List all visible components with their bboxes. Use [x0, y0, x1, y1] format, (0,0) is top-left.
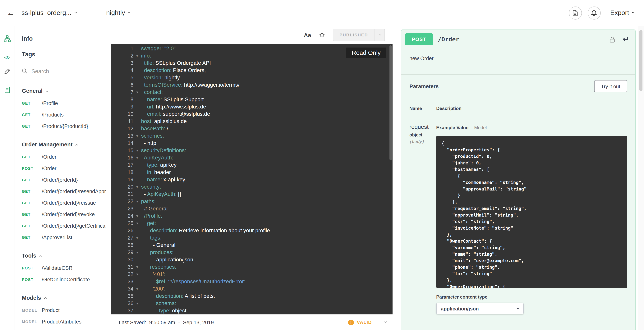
- validation-status[interactable]: ! VALID: [348, 315, 392, 330]
- sidebar-item[interactable]: GET/Order/{orderId}/resendAppr: [22, 186, 111, 197]
- code-line[interactable]: 19 name: x-api-key: [111, 176, 392, 183]
- changelog-button[interactable]: [569, 6, 582, 19]
- fold-caret-icon[interactable]: ▾: [134, 300, 141, 307]
- fold-caret-icon[interactable]: ▾: [134, 263, 141, 270]
- code-line[interactable]: 5 version: nightly: [111, 74, 392, 81]
- fold-caret-icon[interactable]: ▾: [134, 198, 141, 205]
- editor-scrollbar[interactable]: [390, 45, 392, 160]
- section-header[interactable]: Models: [22, 291, 111, 304]
- status-expand-button[interactable]: [378, 315, 392, 330]
- code-line[interactable]: 25▾ get:: [111, 220, 392, 227]
- export-dropdown[interactable]: Export: [610, 9, 634, 17]
- sidebar-item-info[interactable]: Info: [22, 31, 111, 46]
- sidebar-item[interactable]: MODELProductAttributes: [22, 316, 111, 327]
- fold-caret-icon[interactable]: ▾: [134, 220, 141, 227]
- auth-lock-button[interactable]: [610, 36, 615, 43]
- code-view-button[interactable]: </>: [4, 55, 10, 60]
- sidebar-item[interactable]: GET/Order/{orderId}/getCertifica: [22, 220, 111, 232]
- example-json-block[interactable]: { "orderProperties": { "productId": 0, "…: [436, 136, 627, 288]
- sidebar-item[interactable]: GET/Order/{orderId}/revoke: [22, 208, 111, 220]
- code-editor[interactable]: 1swagger: "2.0"2▾info:3 title: SSLplus O…: [111, 44, 392, 314]
- code-line[interactable]: 31▾ responses:: [111, 263, 392, 270]
- section-header[interactable]: Order Management: [22, 138, 111, 151]
- version-dropdown[interactable]: nightly: [106, 9, 130, 17]
- code-line[interactable]: 23 # General: [111, 205, 392, 212]
- notifications-button[interactable]: [588, 6, 601, 19]
- code-line[interactable]: 37 type: object: [111, 307, 392, 314]
- code-line[interactable]: 10 email: support@sslplus.de: [111, 110, 392, 118]
- edit-button[interactable]: [4, 68, 10, 74]
- code-line[interactable]: 3 title: SSLplus Ordergate API: [111, 60, 392, 67]
- sidebar-item[interactable]: GET/Order/{orderId}: [22, 174, 111, 186]
- search-input[interactable]: [32, 68, 96, 74]
- code-line[interactable]: 7▾ contact:: [111, 88, 392, 96]
- code-line[interactable]: 21 - ApiKeyAuth: []: [111, 190, 392, 198]
- code-line[interactable]: 22▾paths:: [111, 198, 392, 205]
- code-line[interactable]: 36▾ schema:: [111, 300, 392, 307]
- code-line[interactable]: 6 termsOfService: http://swagger.io/term…: [111, 81, 392, 88]
- fold-caret-icon[interactable]: ▾: [134, 147, 141, 154]
- sidebar-item[interactable]: POST/GetOnlineCertificate: [22, 274, 111, 285]
- code-line[interactable]: 35 description: A list of pets.: [111, 292, 392, 300]
- docs-button[interactable]: [4, 86, 10, 93]
- sidebar-item[interactable]: GET/Product/{ProductId}: [22, 120, 111, 132]
- code-line[interactable]: 12basePath: /: [111, 125, 392, 132]
- code-line[interactable]: 14 - http: [111, 140, 392, 147]
- code-line[interactable]: 28 - General: [111, 242, 392, 249]
- code-line[interactable]: 15▾securityDefinitions:: [111, 147, 392, 154]
- theme-toggle-button[interactable]: [318, 32, 325, 38]
- api-name-dropdown[interactable]: ss-lplus_orderg...: [22, 9, 77, 17]
- code-line[interactable]: 11host: api.sslplus.de: [111, 118, 392, 125]
- code-line[interactable]: 20▾security:: [111, 183, 392, 190]
- fold-caret-icon[interactable]: ▾: [134, 285, 141, 292]
- published-button[interactable]: PUBLISHED: [332, 29, 375, 41]
- tab-example-value[interactable]: Example Value: [436, 125, 468, 130]
- code-line[interactable]: 4 description: Place Orders,: [111, 67, 392, 74]
- sidebar-item[interactable]: POST/Order: [22, 162, 111, 174]
- font-size-button[interactable]: Aa: [304, 32, 311, 38]
- page-scrollbar-thumb[interactable]: [640, 30, 642, 91]
- code-line[interactable]: 29▾ produces:: [111, 249, 392, 256]
- section-header[interactable]: Tools: [22, 249, 111, 262]
- sidebar-item[interactable]: MODELValidationTypes: [22, 327, 111, 330]
- fold-caret-icon[interactable]: ▾: [134, 183, 141, 190]
- fold-caret-icon[interactable]: ▾: [134, 52, 141, 60]
- code-line[interactable]: 9 url: http://www.sslplus.de: [111, 103, 392, 110]
- code-line[interactable]: 27▾ tags:: [111, 234, 392, 242]
- code-line[interactable]: 33 $ref: '#/responses/UnauthorizedError': [111, 278, 392, 285]
- fold-caret-icon[interactable]: ▾: [134, 132, 141, 140]
- collapse-operation-button[interactable]: [622, 37, 628, 42]
- sidebar-item[interactable]: GET/ApproverList: [22, 232, 111, 243]
- fold-caret-icon[interactable]: ▾: [134, 88, 141, 96]
- content-type-select[interactable]: application/json: [436, 303, 524, 314]
- fold-caret-icon[interactable]: ▾: [134, 212, 141, 220]
- fold-caret-icon[interactable]: ▾: [134, 154, 141, 161]
- sidebar-item[interactable]: MODELProduct: [22, 304, 111, 316]
- code-line[interactable]: 24▾ /Profile:: [111, 212, 392, 220]
- api-hub-button[interactable]: [4, 35, 11, 42]
- code-line[interactable]: 34▾ '200':: [111, 285, 392, 292]
- sidebar-item[interactable]: GET/Products: [22, 109, 111, 120]
- fold-caret-icon[interactable]: ▾: [134, 234, 141, 242]
- operation-summary[interactable]: POST /Order: [401, 30, 635, 49]
- code-line[interactable]: 18 in: header: [111, 169, 392, 176]
- code-line[interactable]: 26 description: Retrieve information abo…: [111, 227, 392, 234]
- published-chevron-button[interactable]: [375, 29, 385, 41]
- sidebar-item-tags[interactable]: Tags: [22, 46, 111, 62]
- sidebar-item[interactable]: GET/Order: [22, 151, 111, 162]
- try-it-out-button[interactable]: Try it out: [594, 80, 627, 92]
- fold-caret-icon[interactable]: ▾: [134, 249, 141, 256]
- code-line[interactable]: 30 - application/json: [111, 256, 392, 263]
- sidebar-item[interactable]: GET/Order/{orderId}/reissue: [22, 197, 111, 208]
- tab-model[interactable]: Model: [474, 125, 487, 130]
- back-button[interactable]: ←: [0, 8, 22, 18]
- code-line[interactable]: 32▾ '401':: [111, 270, 392, 278]
- code-line[interactable]: 16▾ ApiKeyAuth:: [111, 154, 392, 161]
- code-line[interactable]: 8 name: SSLplus Support: [111, 96, 392, 103]
- sidebar-item[interactable]: POST/ValidateCSR: [22, 262, 111, 274]
- code-line[interactable]: 13▾schemes:: [111, 132, 392, 140]
- sidebar-item[interactable]: GET/Profile: [22, 97, 111, 109]
- section-header[interactable]: General: [22, 84, 111, 97]
- fold-caret-icon[interactable]: ▾: [134, 270, 141, 278]
- code-line[interactable]: 17 type: apiKey: [111, 161, 392, 169]
